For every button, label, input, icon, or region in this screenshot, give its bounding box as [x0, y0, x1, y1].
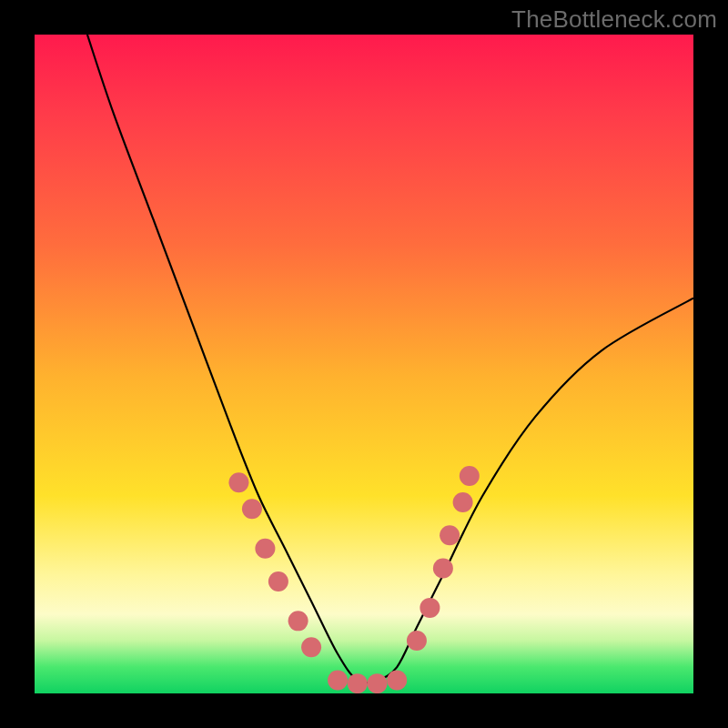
data-dot [255, 539, 275, 559]
data-dots [228, 466, 479, 693]
data-dot [328, 671, 348, 691]
data-dot [420, 598, 440, 618]
plot-area [35, 35, 693, 693]
curve-svg [35, 35, 693, 693]
data-dot [242, 499, 262, 519]
chart-frame: TheBottleneck.com [0, 0, 728, 728]
data-dot [268, 571, 288, 592]
data-dot [228, 472, 248, 492]
data-dot [367, 673, 387, 693]
bottleneck-curve [87, 35, 693, 682]
data-dot [387, 671, 407, 691]
data-dot [348, 673, 368, 693]
data-dot [440, 525, 460, 545]
data-dot [453, 492, 473, 512]
data-dot [407, 631, 427, 651]
data-dot [460, 466, 480, 486]
watermark-text: TheBottleneck.com [511, 5, 717, 34]
data-dot [433, 558, 453, 578]
data-dot [301, 637, 321, 657]
data-dot [288, 611, 308, 631]
